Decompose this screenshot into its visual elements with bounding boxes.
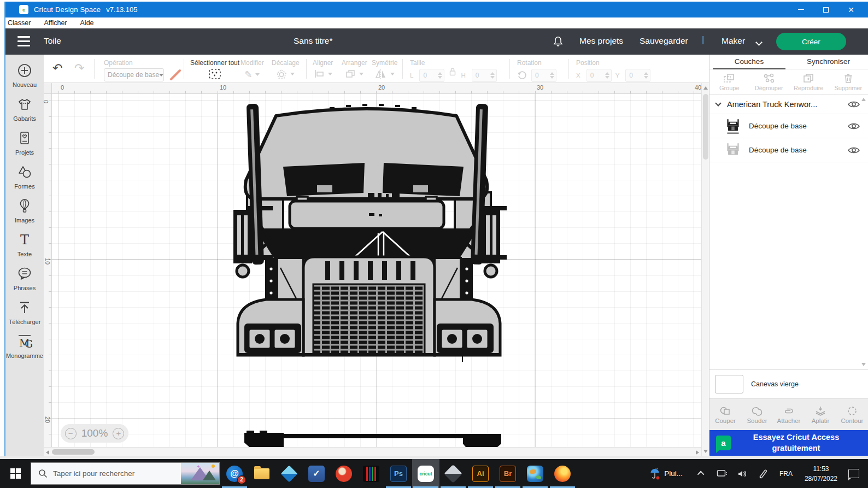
group-button[interactable]: Groupe xyxy=(709,73,749,91)
panel-scroll-up-icon[interactable] xyxy=(861,98,866,101)
sidebar-item-formes[interactable]: Formes xyxy=(5,164,44,190)
y-input[interactable]: 0 xyxy=(625,69,650,82)
lock-icon[interactable] xyxy=(448,67,457,77)
language-indicator[interactable]: FRA xyxy=(779,470,793,478)
maximize-button[interactable] xyxy=(813,2,838,17)
height-input[interactable]: 0 xyxy=(472,69,497,82)
visibility-eye-icon[interactable] xyxy=(847,100,860,109)
pen-tray-icon[interactable] xyxy=(758,469,768,479)
zoom-in-button[interactable]: + xyxy=(113,428,124,439)
sidebar-item-monogramme[interactable]: MG Monogramme xyxy=(5,333,44,359)
vertical-scrollbar[interactable] xyxy=(701,83,709,456)
tab-couches[interactable]: Couches xyxy=(709,55,789,69)
canvas-layer-row[interactable]: Canevas vierge xyxy=(709,370,868,398)
menu-aide[interactable]: Aide xyxy=(80,19,94,27)
start-button[interactable] xyxy=(0,459,31,488)
bumper-design-artwork[interactable] xyxy=(52,94,701,447)
canvas-color-swatch[interactable] xyxy=(715,375,743,393)
taskbar-app-cube[interactable] xyxy=(275,459,303,488)
height-stepper[interactable] xyxy=(490,72,495,79)
mirror-dropdown[interactable]: Symétrie xyxy=(372,59,397,79)
taskbar-app-inkscape[interactable] xyxy=(439,459,467,488)
rotation-stepper[interactable] xyxy=(550,72,554,79)
menu-classer[interactable]: Classer xyxy=(8,19,31,27)
visibility-eye-icon[interactable] xyxy=(847,122,860,131)
visibility-eye-icon[interactable] xyxy=(847,146,860,155)
scroll-up-icon[interactable] xyxy=(703,86,708,90)
taskbar-app-bridge[interactable]: Br xyxy=(494,459,521,488)
save-link[interactable]: Sauvegarder xyxy=(640,36,688,46)
taskbar-search[interactable]: ✦ xyxy=(31,462,220,485)
rotation-input[interactable]: 0 xyxy=(531,69,556,82)
undo-button[interactable]: ↶ xyxy=(52,62,62,74)
ungroup-button[interactable]: Dégrouper xyxy=(749,73,789,91)
menu-afficher[interactable]: Afficher xyxy=(44,19,67,27)
weather-widget[interactable]: Plui... xyxy=(650,468,683,480)
sidebar-item-telecharger[interactable]: Télécharger xyxy=(5,299,44,325)
align-dropdown[interactable]: Aligner xyxy=(313,59,333,79)
sidebar-item-projets[interactable]: Projets xyxy=(5,130,44,156)
slice-button[interactable]: Couper xyxy=(709,405,741,424)
document-title[interactable]: Sans titre* xyxy=(294,36,333,46)
weld-button[interactable]: Souder xyxy=(741,405,773,424)
tray-overflow-icon[interactable] xyxy=(697,471,705,478)
taskbar-app-cricut[interactable]: cricut xyxy=(412,459,439,488)
pen-color-icon[interactable] xyxy=(168,69,183,81)
hamburger-menu-icon[interactable] xyxy=(17,36,30,46)
sidebar-item-nouveau[interactable]: Nouveau xyxy=(5,62,44,88)
close-button[interactable]: ✕ xyxy=(838,2,864,17)
sidebar-item-phrases[interactable]: Phrases xyxy=(5,266,44,291)
attach-button[interactable]: Attacher xyxy=(773,405,805,424)
taskbar-app-explorer[interactable] xyxy=(248,459,275,488)
x-input[interactable]: 0 xyxy=(587,69,612,82)
panel-scroll-down-icon[interactable] xyxy=(861,363,866,366)
scroll-down-icon[interactable] xyxy=(703,450,708,453)
layer-row-1[interactable]: Découpe de base xyxy=(709,114,868,138)
horizontal-scrollbar[interactable] xyxy=(44,447,701,456)
notifications-bell-icon[interactable] xyxy=(552,36,564,48)
arrange-dropdown[interactable]: Arranger xyxy=(342,59,367,79)
delete-button[interactable]: Supprimer xyxy=(829,73,868,91)
design-canvas[interactable]: − 100% + xyxy=(52,94,701,447)
sidebar-item-images[interactable]: Images xyxy=(5,198,44,224)
scroll-left-icon[interactable] xyxy=(46,450,49,455)
taskbar-app-stripes[interactable] xyxy=(357,459,385,488)
search-input[interactable] xyxy=(53,469,157,478)
y-stepper[interactable] xyxy=(644,72,648,79)
taskbar-app-firefox[interactable] xyxy=(549,459,576,488)
minimize-button[interactable] xyxy=(788,2,813,17)
x-stepper[interactable] xyxy=(605,72,609,79)
taskbar-app-illustrator[interactable]: Ai xyxy=(467,459,494,488)
chevron-down-icon[interactable] xyxy=(715,100,721,106)
search-highlights-image[interactable]: ✦ xyxy=(181,463,219,484)
zoom-out-button[interactable]: − xyxy=(65,428,77,439)
tab-synchroniser[interactable]: Synchroniser xyxy=(789,55,868,69)
duplicate-button[interactable]: Reproduire xyxy=(789,73,829,91)
cricut-access-banner[interactable]: a Essayez Cricut Access gratuitement xyxy=(709,430,868,456)
volume-icon[interactable] xyxy=(737,469,748,478)
layer-row-2[interactable]: Découpe de base xyxy=(709,138,868,162)
display-tray-icon[interactable] xyxy=(717,469,728,478)
my-projects-link[interactable]: Mes projets xyxy=(579,36,623,46)
taskbar-app-browser[interactable] xyxy=(330,459,357,488)
action-center-icon[interactable] xyxy=(848,469,859,478)
vertical-scroll-thumb[interactable] xyxy=(703,94,708,160)
create-button[interactable]: Créer xyxy=(776,33,846,50)
chevron-down-icon[interactable] xyxy=(755,39,763,46)
width-stepper[interactable] xyxy=(438,72,442,79)
taskbar-clock[interactable]: 11:53 28/07/2022 xyxy=(805,464,837,484)
canvas-nav-label[interactable]: Toile xyxy=(44,36,61,46)
scroll-right-icon[interactable] xyxy=(696,450,699,455)
layer-group-header[interactable]: American Truck Kenwor... xyxy=(709,95,868,114)
taskbar-app-mail[interactable]: @ 2 xyxy=(221,459,248,488)
width-input[interactable]: 0 xyxy=(419,69,444,82)
offset-dropdown[interactable]: Décalage xyxy=(272,59,300,79)
taskbar-app-photoshop[interactable]: Ps xyxy=(385,459,412,488)
sidebar-item-texte[interactable]: T Texte xyxy=(5,232,44,257)
edit-dropdown[interactable]: Modifier ✎ xyxy=(241,59,264,80)
sidebar-item-gabarits[interactable]: Gabarits xyxy=(5,96,44,122)
flatten-button[interactable]: Aplatir xyxy=(805,405,836,424)
machine-selector[interactable]: Maker xyxy=(722,36,745,46)
redo-button[interactable]: ↷ xyxy=(74,62,84,74)
taskbar-app-check[interactable]: ✓ xyxy=(303,459,330,488)
